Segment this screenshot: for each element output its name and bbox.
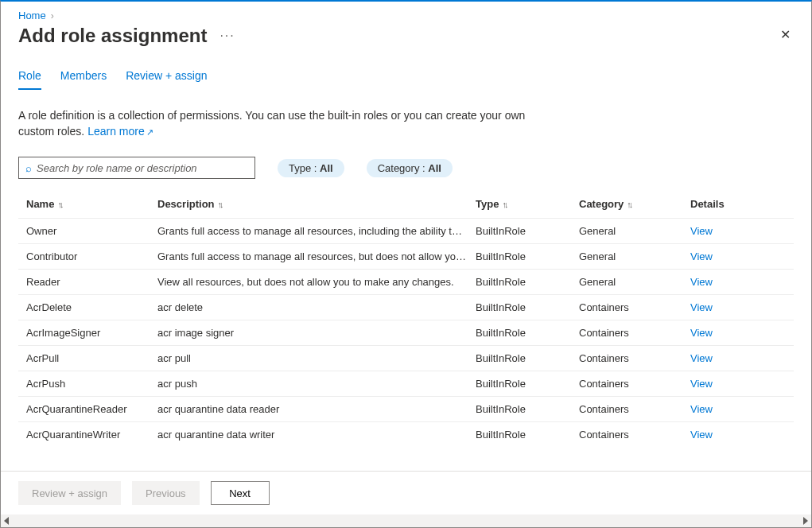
learn-more-link[interactable]: Learn more↗ xyxy=(87,125,153,138)
table-row[interactable]: Reader View all resources, but does not … xyxy=(18,269,794,294)
cell-category: Containers xyxy=(579,352,690,364)
cell-name: AcrQuarantineReader xyxy=(26,403,157,415)
cell-type: BuiltInRole xyxy=(476,403,579,415)
close-button[interactable]: ✕ xyxy=(780,29,791,41)
cell-category: Containers xyxy=(579,327,690,339)
tabs: Role Members Review + assign xyxy=(18,69,794,91)
search-input[interactable] xyxy=(37,162,248,174)
external-link-icon: ↗ xyxy=(146,127,153,137)
cell-type: BuiltInRole xyxy=(476,378,579,390)
table-row[interactable]: Owner Grants full access to manage all r… xyxy=(18,218,794,243)
table-row[interactable]: AcrPull acr pull BuiltInRole Containers … xyxy=(18,345,794,371)
table-row[interactable]: AcrPush acr push BuiltInRole Containers … xyxy=(18,371,794,396)
tab-review-assign[interactable]: Review + assign xyxy=(126,69,207,90)
footer: Review + assign Previous Next xyxy=(1,471,811,514)
cell-type: BuiltInRole xyxy=(476,250,579,262)
sort-icon: ↑↓ xyxy=(627,200,631,209)
cell-description: acr pull xyxy=(157,352,476,364)
column-category-label: Category xyxy=(579,198,624,210)
cell-description: acr quarantine data writer xyxy=(157,429,476,441)
filter-category-label: Category : xyxy=(378,162,429,174)
sort-icon: ↑↓ xyxy=(502,200,506,209)
roles-table: Name↑↓ Description↑↓ Type↑↓ Category↑↓ D… xyxy=(18,192,794,447)
cell-description: acr delete xyxy=(157,301,476,313)
search-icon: ⌕ xyxy=(25,162,32,174)
sort-icon: ↑↓ xyxy=(57,200,61,209)
view-link[interactable]: View xyxy=(690,276,762,288)
cell-description: acr image signer xyxy=(157,327,476,339)
cell-description: acr push xyxy=(157,378,476,390)
breadcrumb: Home › xyxy=(18,10,794,21)
cell-description: View all resources, but does not allow y… xyxy=(157,276,476,288)
column-type[interactable]: Type↑↓ xyxy=(476,198,579,210)
cell-name: AcrQuarantineWriter xyxy=(26,429,157,441)
table-row[interactable]: AcrQuarantineReader acr quarantine data … xyxy=(18,396,794,421)
previous-button: Previous xyxy=(132,481,200,505)
cell-type: BuiltInRole xyxy=(476,301,579,313)
cell-category: Containers xyxy=(579,429,690,441)
filter-type[interactable]: Type : All xyxy=(278,159,344,177)
cell-name: Owner xyxy=(26,225,157,237)
sort-icon: ↑↓ xyxy=(218,200,222,209)
page-title: Add role assignment xyxy=(18,25,207,47)
view-link[interactable]: View xyxy=(690,225,762,237)
cell-description: Grants full access to manage all resourc… xyxy=(157,250,476,262)
view-link[interactable]: View xyxy=(690,301,762,313)
cell-name: AcrImageSigner xyxy=(26,327,157,339)
cell-name: Reader xyxy=(26,276,157,288)
cell-type: BuiltInRole xyxy=(476,327,579,339)
cell-name: AcrDelete xyxy=(26,301,157,313)
view-link[interactable]: View xyxy=(690,327,762,339)
cell-name: AcrPush xyxy=(26,378,157,390)
cell-type: BuiltInRole xyxy=(476,352,579,364)
cell-description: Grants full access to manage all resourc… xyxy=(157,225,476,237)
cell-category: General xyxy=(579,225,690,237)
table-row[interactable]: AcrDelete acr delete BuiltInRole Contain… xyxy=(18,294,794,320)
learn-more-label: Learn more xyxy=(87,125,145,138)
tab-role[interactable]: Role xyxy=(18,69,41,90)
cell-type: BuiltInRole xyxy=(476,225,579,237)
filter-category-value: All xyxy=(428,162,441,174)
description-text: A role definition is a collection of per… xyxy=(18,108,527,139)
filter-type-value: All xyxy=(320,162,333,174)
filter-category[interactable]: Category : All xyxy=(367,159,453,177)
cell-name: Contributor xyxy=(26,250,157,262)
table-row[interactable]: AcrImageSigner acr image signer BuiltInR… xyxy=(18,320,794,345)
filter-type-label: Type : xyxy=(289,162,320,174)
table-row[interactable]: Contributor Grants full access to manage… xyxy=(18,243,794,269)
search-box[interactable]: ⌕ xyxy=(18,157,255,179)
table-row[interactable]: AcrQuarantineWriter acr quarantine data … xyxy=(18,421,794,447)
close-icon: ✕ xyxy=(780,28,791,41)
tab-members[interactable]: Members xyxy=(60,69,107,90)
breadcrumb-home[interactable]: Home xyxy=(18,10,46,21)
chevron-right-icon: › xyxy=(51,10,54,21)
view-link[interactable]: View xyxy=(690,250,762,262)
cell-category: Containers xyxy=(579,301,690,313)
column-description[interactable]: Description↑↓ xyxy=(157,198,476,210)
cell-category: General xyxy=(579,276,690,288)
column-name-label: Name xyxy=(26,198,54,210)
horizontal-scrollbar[interactable] xyxy=(1,514,811,527)
cell-type: BuiltInRole xyxy=(476,429,579,441)
table-header: Name↑↓ Description↑↓ Type↑↓ Category↑↓ D… xyxy=(18,192,794,218)
column-description-label: Description xyxy=(157,198,215,210)
column-type-label: Type xyxy=(476,198,499,210)
next-button[interactable]: Next xyxy=(211,481,270,505)
view-link[interactable]: View xyxy=(690,403,762,415)
cell-description: acr quarantine data reader xyxy=(157,403,476,415)
cell-category: Containers xyxy=(579,403,690,415)
view-link[interactable]: View xyxy=(690,429,762,441)
view-link[interactable]: View xyxy=(690,378,762,390)
review-assign-button: Review + assign xyxy=(18,481,121,505)
view-link[interactable]: View xyxy=(690,352,762,364)
cell-category: Containers xyxy=(579,378,690,390)
cell-name: AcrPull xyxy=(26,352,157,364)
cell-category: General xyxy=(579,250,690,262)
column-category[interactable]: Category↑↓ xyxy=(579,198,690,210)
cell-type: BuiltInRole xyxy=(476,276,579,288)
column-details: Details xyxy=(690,198,762,210)
column-name[interactable]: Name↑↓ xyxy=(26,198,157,210)
more-actions-button[interactable]: ··· xyxy=(216,29,238,43)
